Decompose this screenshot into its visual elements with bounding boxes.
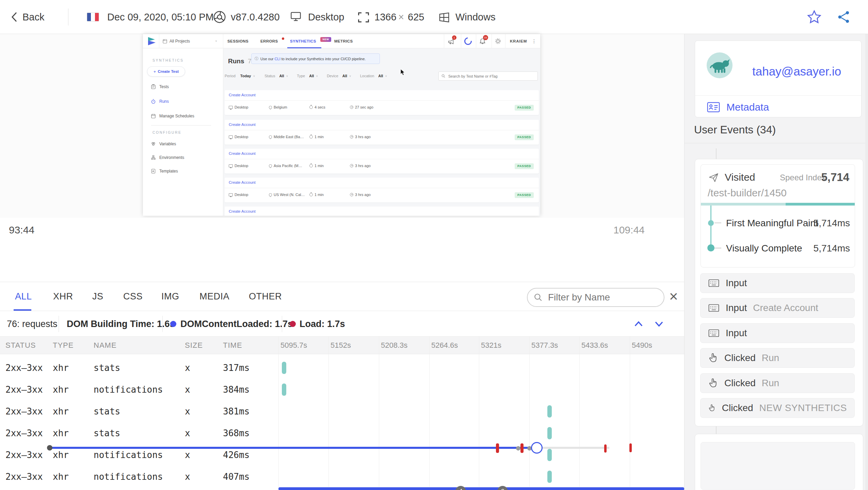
filter-type-value[interactable]: All [309,74,314,78]
favorite-star-icon[interactable] [807,10,822,24]
request-row[interactable]: 2xx–3xxxhrstatsx368ms [0,422,684,444]
resolution-height: 625 [408,0,424,34]
request-row[interactable]: 2xx–3xxxhrnotificationsx384ms [0,379,684,401]
request-row[interactable]: 2xx–3xxxhrstatsx317ms [0,357,684,379]
timeline-error-marker[interactable] [520,443,524,453]
time-ago-icon [350,105,353,109]
runs-search-box[interactable] [438,71,538,81]
tick-label: 5433.6s [581,337,608,354]
timeline-connector [716,426,717,434]
miniapp-header: All Projects ∨ SESSIONS ERRORS SYNTHETIC… [143,34,540,48]
run-title-link[interactable]: Create Account [229,122,256,127]
share-icon[interactable] [837,10,851,24]
waterfall-scrollbar[interactable] [278,487,684,490]
request-waterfall-bar [547,471,552,483]
user-menu[interactable]: KRAIEM [510,34,527,48]
tab-errors[interactable]: ERRORS [260,34,278,48]
net-tab-other[interactable]: OTHER [249,282,282,311]
net-tab-all[interactable]: ALL [15,282,32,311]
request-row[interactable]: 2xx–3xxxhrstatsx381ms [0,401,684,422]
filter-by-name-input[interactable] [547,292,656,303]
event-item-input[interactable]: InputCreate Account [700,298,855,318]
sidebar-item-templates[interactable]: Templates [151,169,178,174]
user-card: tahay@asayer.io Metadata [695,40,862,117]
sidebar-item-tests[interactable]: Tests [151,84,169,89]
search-icon [534,293,543,302]
sidebar-scrollbar[interactable] [865,34,868,490]
info-icon: ⓘ [255,56,258,61]
event-item-clicked[interactable]: ClickedNEW SYNTHETICS [700,398,855,418]
timeline-event-dot[interactable] [516,446,520,451]
resolution-width: 1366 [374,0,397,34]
france-flag-icon [87,13,99,21]
device-icon [229,193,233,196]
net-tab-img[interactable]: IMG [161,282,179,311]
timeline-end-time: 109:44 [613,218,645,242]
timeline-error-marker[interactable] [496,443,499,453]
run-card[interactable]: Create Account [225,207,539,216]
jump-down-icon[interactable] [653,318,665,330]
duration-icon [309,193,313,196]
create-test-button[interactable]: + Create Test [147,66,185,77]
close-panel-icon[interactable]: × [669,287,678,306]
sidebar-item-runs[interactable]: Runs [151,99,169,104]
cli-banner: ⓘ Use our CLI to include your Synthetics… [251,53,380,64]
runs-search-input[interactable] [448,74,533,79]
col-time[interactable]: TIME [223,337,242,354]
back-chevron-icon[interactable] [10,11,19,23]
timeline-error-marker[interactable] [604,444,607,453]
sidebar-item-environments[interactable]: Environments [151,155,184,160]
event-item-clicked[interactable]: ClickedRun [700,348,855,368]
run-card[interactable]: Create Account Desktop Asia Pacific (M… … [225,149,539,174]
event-item-input[interactable]: Input [700,323,855,343]
jump-up-icon[interactable] [632,318,645,330]
run-card[interactable]: Create Account Desktop Belgium 4 secs 27… [225,90,539,115]
replay-stage: All Projects ∨ SESSIONS ERRORS SYNTHETIC… [0,34,684,218]
load-marker-dot [290,321,296,327]
run-card[interactable]: Create Account Desktop US West (N. Cal… … [225,178,539,202]
filter-box[interactable] [527,288,664,307]
filter-period-value[interactable]: Today [240,74,251,78]
settings-gear-icon[interactable] [495,38,501,44]
kebab-menu-icon[interactable]: ⋮ [532,34,536,48]
network-summary-row: 76: requests DOM Building Time: 1.6s DOM… [0,311,684,337]
col-status[interactable]: STATUS [5,337,36,354]
run-title-link[interactable]: Create Account [229,209,256,213]
visited-event-card[interactable]: Visited Speed Index 5,714 /test-builder/… [701,164,855,267]
sidebar-item-manage-schedules[interactable]: Manage Schedules [151,114,194,118]
event-item-clicked[interactable]: ClickedRun [700,373,855,393]
tab-sessions[interactable]: SESSIONS [227,34,248,48]
sidebar-item-variables[interactable]: Variables [151,142,176,146]
net-tab-js[interactable]: JS [92,282,103,311]
timeline-playhead-knob[interactable] [531,442,543,454]
tab-synthetics[interactable]: SYNTHETICS [290,34,316,48]
duration-icon [309,135,313,138]
net-tab-media[interactable]: MEDIA [199,282,229,311]
col-name[interactable]: NAME [94,337,117,354]
col-size[interactable]: SIZE [185,337,203,354]
net-tab-xhr[interactable]: XHR [53,282,73,311]
run-card[interactable]: Create Account Desktop Middle East (Ba… … [225,120,539,145]
event-item-input[interactable]: Input [700,273,855,293]
net-tab-css[interactable]: CSS [123,282,143,311]
col-type[interactable]: TYPE [53,337,74,354]
requests-count: 76: requests [7,311,58,337]
filter-device-value[interactable]: All [342,74,347,78]
timeline-error-marker[interactable] [629,443,632,452]
request-waterfall-bar [282,362,286,374]
cli-link[interactable]: CLI [275,57,280,61]
playback-timeline[interactable]: 93:44 109:44 [0,218,684,242]
tab-metrics[interactable]: METRICS [334,34,353,48]
run-title-link[interactable]: Create Account [229,93,256,97]
run-title-link[interactable]: Create Account [229,151,256,156]
user-email[interactable]: tahay@asayer.io [752,65,841,78]
back-button[interactable]: Back [22,0,44,34]
filter-location-value[interactable]: All [378,74,383,78]
project-selector[interactable]: All Projects [170,34,190,48]
timeline-start-time: 93:44 [9,218,34,242]
metadata-button[interactable]: Metadata [707,101,769,113]
run-title-link[interactable]: Create Account [229,180,256,184]
filter-status-value[interactable]: All [279,74,284,78]
stopwatch-icon [151,99,156,104]
request-row[interactable]: 2xx–3xxxhrnotificationsx407ms [0,466,684,488]
